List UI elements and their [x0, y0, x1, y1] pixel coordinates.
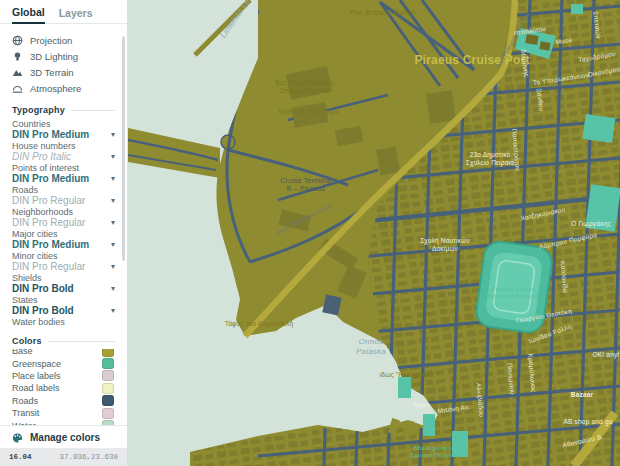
- font-field-points-of-interest: Points of interest DIN Pro Medium ▾: [0, 162, 127, 184]
- color-swatch[interactable]: [102, 358, 114, 369]
- tab-global[interactable]: Global: [12, 6, 45, 24]
- font-field-countries: Countries DIN Pro Medium ▾: [0, 118, 127, 140]
- chevron-down-icon: ▾: [111, 195, 115, 206]
- stadium: [474, 240, 553, 335]
- atmosphere-icon: [12, 83, 23, 94]
- sidebar-item-3d-lighting[interactable]: 3D Lighting: [0, 48, 127, 64]
- status-bar: 16.04 37.936,23.630: [0, 448, 127, 466]
- map-rendering: [128, 0, 620, 466]
- font-select[interactable]: DIN Pro Medium ▾: [12, 173, 115, 184]
- sidebar: Global Layers Projection 3D Lighting: [0, 0, 128, 466]
- color-swatch[interactable]: [102, 349, 114, 357]
- chevron-down-icon: ▾: [111, 173, 115, 184]
- chevron-down-icon: ▾: [111, 151, 115, 162]
- chevron-down-icon: ▾: [111, 217, 115, 228]
- color-swatch[interactable]: [102, 408, 114, 419]
- chevron-down-icon: ▾: [111, 129, 115, 140]
- font-select[interactable]: DIN Pro Regular ▾: [12, 261, 115, 272]
- font-field-major-cities: Major cities DIN Pro Medium ▾: [0, 228, 127, 250]
- color-row-road-labels: Road labels: [0, 382, 127, 394]
- font-field-roads: Roads DIN Pro Regular ▾: [0, 184, 127, 206]
- manage-colors-button[interactable]: Manage colors: [0, 425, 127, 448]
- chevron-down-icon: ▾: [111, 305, 115, 316]
- font-select[interactable]: DIN Pro Regular ▾: [12, 195, 115, 206]
- sidebar-item-projection[interactable]: Projection: [0, 32, 127, 48]
- chevron-down-icon: ▾: [111, 283, 115, 294]
- chevron-down-icon: ▾: [111, 261, 115, 272]
- tab-layers[interactable]: Layers: [59, 7, 93, 23]
- sidebar-item-label: Atmosphere: [30, 83, 81, 94]
- tab-bar: Global Layers: [0, 0, 127, 24]
- sidebar-item-label: 3D Lighting: [30, 51, 78, 62]
- sidebar-item-3d-terrain[interactable]: 3D Terrain: [0, 64, 127, 80]
- font-field-shields: Shields DIN Pro Bold ▾: [0, 272, 127, 294]
- lightbulb-icon: [12, 51, 23, 62]
- map-canvas[interactable]: Fire Brigade StationLimenas LePiraeus Cr…: [128, 0, 620, 466]
- colors-section-heading: Colors: [12, 336, 115, 346]
- sidebar-item-label: Projection: [30, 35, 72, 46]
- font-field-water-bodies: Water bodies: [0, 316, 127, 329]
- mountain-icon: [12, 67, 23, 78]
- color-row-transit: Transit: [0, 407, 127, 419]
- color-row-base: Base: [0, 349, 127, 357]
- global-settings-list: Projection 3D Lighting 3D Terrain Atmosp…: [0, 24, 127, 98]
- colors-list: Base Greenspace Place labels Road labels…: [0, 349, 127, 432]
- palette-icon: [12, 432, 23, 443]
- font-field-house-numbers: House numbers DIN Pro Italic ▾: [0, 140, 127, 162]
- font-select[interactable]: DIN Pro Medium ▾: [12, 239, 115, 250]
- sidebar-scrollbar[interactable]: [122, 36, 125, 261]
- color-row-roads: Roads: [0, 395, 127, 407]
- color-swatch[interactable]: [102, 383, 114, 394]
- typography-section-heading: Typography: [12, 105, 115, 115]
- sidebar-item-label: 3D Terrain: [30, 67, 74, 78]
- map-style-editor-window: Global Layers Projection 3D Lighting: [0, 0, 620, 466]
- font-field-minor-cities: Minor cities DIN Pro Regular ▾: [0, 250, 127, 272]
- font-select[interactable]: DIN Pro Bold ▾: [12, 283, 115, 294]
- color-row-greenspace: Greenspace: [0, 357, 127, 369]
- font-select[interactable]: DIN Pro Italic ▾: [12, 151, 115, 162]
- color-row-place-labels: Place labels: [0, 370, 127, 382]
- color-swatch[interactable]: [102, 370, 114, 381]
- font-field-neighborhoods: Neighborhoods DIN Pro Regular ▾: [0, 206, 127, 228]
- sidebar-item-atmosphere[interactable]: Atmosphere: [0, 80, 127, 96]
- font-select[interactable]: DIN Pro Bold ▾: [12, 305, 115, 316]
- chevron-down-icon: ▾: [111, 239, 115, 250]
- font-field-states: States DIN Pro Bold ▾: [0, 294, 127, 316]
- coordinates: 37.936,23.630: [59, 453, 118, 461]
- font-select[interactable]: DIN Pro Regular ▾: [12, 217, 115, 228]
- globe-icon: [12, 35, 23, 46]
- zoom-level: 16.04: [9, 453, 32, 461]
- color-swatch[interactable]: [102, 395, 114, 406]
- font-select[interactable]: DIN Pro Medium ▾: [12, 129, 115, 140]
